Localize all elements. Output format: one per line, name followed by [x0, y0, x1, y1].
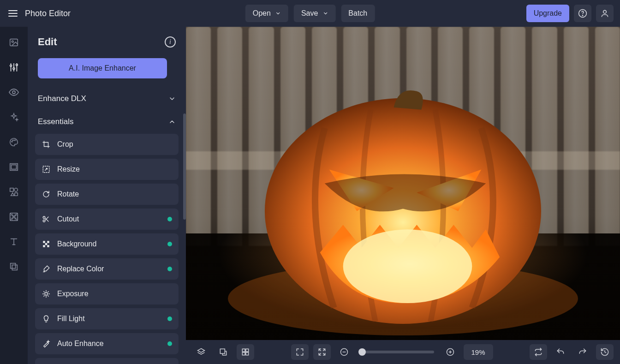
auto-enhance-icon [42, 339, 51, 348]
info-icon[interactable]: i [165, 36, 176, 48]
svg-point-15 [12, 141, 12, 142]
resize-icon [42, 165, 51, 174]
svg-line-44 [44, 292, 45, 292]
app-title: Photo Editor [25, 9, 71, 18]
zoom-out-button[interactable] [335, 344, 353, 360]
save-button[interactable]: Save [294, 5, 335, 22]
ai-enhancer-button[interactable]: A.I. Image Enhancer [38, 58, 167, 78]
svg-rect-19 [12, 165, 17, 169]
tool-cutout[interactable]: Cutout [35, 209, 179, 230]
batch-button[interactable]: Batch [341, 5, 375, 22]
svg-rect-58 [220, 349, 225, 353]
premium-dot-icon [167, 316, 172, 321]
topbar-right-buttons: Upgrade [526, 5, 614, 22]
tool-label: Exposure [57, 290, 89, 298]
icon-rail [0, 27, 28, 364]
svg-rect-60 [246, 349, 249, 352]
help-button[interactable] [574, 5, 591, 22]
canvas-area: 19% [186, 27, 620, 364]
tool-label: Resize [57, 165, 80, 173]
svg-rect-59 [242, 349, 245, 352]
svg-rect-27 [11, 263, 16, 269]
tool-exposure[interactable]: Exposure [35, 283, 179, 304]
rail-adjust-icon[interactable] [8, 62, 19, 73]
svg-point-11 [13, 68, 15, 70]
exposure-icon [42, 289, 51, 298]
svg-rect-22 [15, 193, 18, 196]
tool-label: Background [57, 240, 96, 248]
tool-label: Replace Color [57, 265, 104, 273]
svg-point-5 [603, 10, 607, 13]
tool-auto-enhance[interactable]: Auto Enhance [35, 333, 179, 354]
rail-image-icon[interactable] [8, 37, 19, 48]
rail-text-icon[interactable] [8, 236, 19, 247]
tool-rotate[interactable]: Rotate [35, 184, 179, 205]
topbar: Photo Editor Open Save Batch Upgrade [0, 0, 620, 27]
svg-point-13 [16, 64, 18, 66]
menu-hamburger-icon[interactable] [6, 7, 19, 20]
tool-beautify[interactable]: Beautify [35, 358, 179, 364]
zoom-slider[interactable] [360, 351, 434, 353]
tool-label: Auto Enhance [57, 340, 104, 348]
upgrade-button-label: Upgrade [534, 9, 562, 18]
chevron-down-icon [322, 11, 328, 16]
svg-rect-61 [242, 352, 245, 355]
zoom-readout[interactable]: 19% [464, 344, 493, 360]
svg-point-57 [343, 229, 472, 303]
svg-rect-37 [43, 245, 45, 247]
tool-label: Cutout [57, 215, 79, 223]
panel-header: Edit i [35, 36, 179, 48]
canvas-image [186, 27, 620, 340]
svg-rect-62 [246, 352, 249, 355]
tool-replace-color[interactable]: Replace Color [35, 258, 179, 280]
svg-point-21 [14, 188, 18, 191]
rail-sparkle-icon[interactable] [8, 112, 19, 123]
rotate-icon [42, 190, 51, 199]
premium-dot-icon [167, 242, 172, 246]
rail-shapes-icon[interactable] [8, 186, 19, 197]
section-essentials-label: Essentials [38, 117, 73, 126]
compare-button[interactable] [530, 344, 547, 360]
svg-rect-38 [47, 245, 49, 247]
zoom-slider-thumb[interactable] [358, 348, 366, 356]
cutout-icon [42, 215, 51, 224]
rail-palette-icon[interactable] [8, 137, 19, 148]
actual-size-button[interactable] [313, 344, 331, 360]
layers-toggle-button[interactable] [192, 344, 210, 360]
section-essentials[interactable]: Essentials [35, 113, 179, 131]
background-icon [42, 239, 51, 249]
history-button[interactable] [596, 344, 614, 360]
topbar-center-buttons: Open Save Batch [245, 5, 375, 22]
svg-rect-35 [47, 241, 49, 243]
tool-crop[interactable]: Crop [35, 134, 179, 155]
rail-frame-icon[interactable] [8, 161, 19, 173]
undo-button[interactable] [552, 344, 569, 360]
svg-point-39 [45, 292, 48, 295]
rail-eye-icon[interactable] [8, 87, 19, 98]
zoom-in-button[interactable] [441, 344, 459, 360]
svg-point-16 [12, 140, 13, 141]
account-button[interactable] [596, 5, 614, 22]
expand-image-button[interactable] [215, 344, 232, 360]
svg-rect-34 [43, 241, 45, 243]
upgrade-button[interactable]: Upgrade [526, 5, 569, 22]
grid-view-button[interactable] [237, 344, 254, 360]
redo-button[interactable] [574, 344, 591, 360]
tool-resize[interactable]: Resize [35, 159, 179, 180]
rail-texture-icon[interactable] [8, 211, 19, 222]
open-button[interactable]: Open [245, 5, 288, 22]
section-enhance-dlx[interactable]: Enhance DLX [35, 90, 179, 108]
tool-background[interactable]: Background [35, 233, 179, 255]
tool-fill-light[interactable]: Fill Light [35, 308, 179, 329]
svg-rect-28 [12, 265, 17, 270]
rail-layers-icon[interactable] [8, 261, 19, 272]
crop-icon [42, 140, 51, 149]
side-panel: Edit i A.I. Image Enhancer Enhance DLX E… [28, 27, 186, 364]
zoom-controls: 19% [291, 344, 493, 360]
fit-screen-button[interactable] [291, 344, 309, 360]
chevron-down-icon [275, 11, 281, 16]
svg-point-14 [12, 91, 15, 94]
premium-dot-icon [167, 217, 172, 221]
canvas-viewport[interactable] [186, 27, 620, 340]
svg-line-45 [48, 296, 49, 297]
